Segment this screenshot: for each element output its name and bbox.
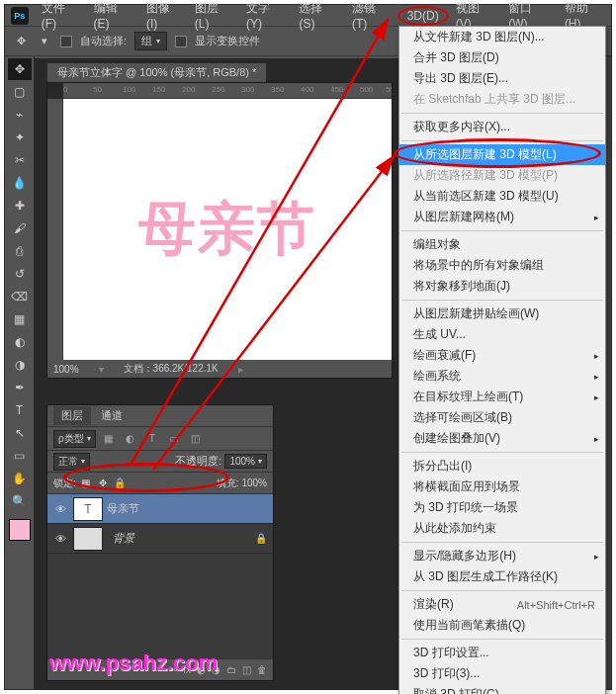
tab-channels[interactable]: 通道: [93, 406, 131, 425]
ruler-vertical: [47, 99, 63, 360]
mi-share-sketchfab[interactable]: 在 Sketchfab 上共享 3D 图层...: [399, 89, 605, 110]
lock-position-icon[interactable]: ✥: [96, 477, 110, 490]
zoom-tool[interactable]: 🔍: [8, 490, 32, 512]
menu-file[interactable]: 文件(F): [35, 0, 87, 33]
type-tool[interactable]: T: [8, 399, 32, 421]
mi-sketch[interactable]: 使用当前画笔素描(Q): [399, 615, 605, 636]
opacity-select[interactable]: 100%: [224, 454, 267, 469]
mi-add-constraint[interactable]: 从此处添加约束: [399, 518, 605, 539]
mi-unify-print[interactable]: 为 3D 打印统一场景: [399, 497, 605, 518]
filter-adjust-icon[interactable]: ◐: [122, 431, 139, 447]
marquee-tool[interactable]: ▢: [8, 81, 32, 103]
menu-edit[interactable]: 编辑(E): [87, 0, 139, 33]
mi-new-3d-from-path[interactable]: 从所选路径新建 3D 模型(P): [399, 165, 605, 186]
status-bar: 100% ▾ 文档：366.2K/122.1K ▸: [47, 360, 392, 378]
fill-select[interactable]: 100%: [241, 477, 267, 488]
filter-shape-icon[interactable]: ▭: [165, 431, 183, 447]
mi-gen-uv[interactable]: 生成 UV...: [399, 324, 605, 345]
mi-new-3d-from-sel[interactable]: 从当前选区新建 3D 模型(U): [399, 186, 605, 207]
dodge-tool[interactable]: ◑: [8, 354, 32, 376]
mi-group-all[interactable]: 将场景中的所有对象编组: [399, 255, 605, 276]
dropdown-icon[interactable]: ▾: [37, 34, 52, 49]
menu-3d[interactable]: 3D(D): [397, 6, 449, 26]
mi-paint-target[interactable]: 在目标纹理上绘画(T): [399, 387, 605, 407]
fill-label: 填充:: [217, 477, 239, 490]
wand-tool[interactable]: ✦: [8, 127, 32, 148]
filter-pixel-icon[interactable]: ▦: [100, 431, 118, 447]
foreground-color[interactable]: [9, 519, 31, 541]
canvas[interactable]: 母亲节: [63, 99, 392, 360]
history-brush-tool[interactable]: ↺: [8, 263, 32, 285]
mi-get-more[interactable]: 获取更多内容(X)...: [399, 117, 605, 137]
zoom-menu-icon[interactable]: ▾: [99, 364, 104, 375]
mi-print[interactable]: 3D 打印(3)...: [399, 663, 605, 684]
mi-new-from-file[interactable]: 从文件新建 3D 图层(N)...: [399, 27, 605, 47]
menu-layer[interactable]: 图层(L): [188, 0, 239, 33]
lock-icon[interactable]: 🔒: [255, 533, 267, 544]
layer-item-bg[interactable]: 👁 背景 🔒: [47, 524, 273, 554]
canvas-text: 母亲节: [138, 191, 316, 268]
menu-type[interactable]: 文字(Y): [239, 0, 292, 33]
mi-paint-falloff[interactable]: 绘画衰减(F): [399, 345, 605, 366]
visibility-icon[interactable]: 👁: [51, 503, 69, 515]
layers-panel: 图层 通道 ρ 类型 ▦ ◐ T ▭ ◫ 正常 不透明度: 100% 锁定: [46, 404, 274, 681]
lock-all-icon[interactable]: 🔒: [113, 477, 127, 490]
lock-label: 锁定:: [53, 477, 76, 490]
blur-tool[interactable]: ◐: [8, 331, 32, 353]
mi-export-3d[interactable]: 导出 3D 图层(E)...: [399, 68, 605, 89]
menu-select[interactable]: 选择(S): [292, 0, 344, 33]
mi-gen-workpath[interactable]: 从 3D 图层生成工作路径(K): [399, 566, 605, 587]
new-icon[interactable]: ◫: [242, 664, 251, 675]
mi-paint-system[interactable]: 绘画系统: [399, 366, 605, 387]
panel-tabs: 图层 通道: [47, 405, 273, 427]
group-icon[interactable]: 🗀: [226, 664, 236, 675]
hand-tool[interactable]: ✋: [8, 468, 32, 489]
brush-tool[interactable]: 🖌: [8, 217, 32, 239]
visibility-icon[interactable]: 👁: [51, 533, 69, 545]
document-tab[interactable]: 母亲节立体字 @ 100% (母亲节, RGB/8) *: [46, 62, 267, 82]
gradient-tool[interactable]: ▦: [8, 308, 32, 330]
layer-item-text[interactable]: 👁 T 母亲节: [47, 494, 273, 524]
mi-cancel-print[interactable]: 取消 3D 打印(C): [399, 684, 605, 694]
move-tool[interactable]: ✥: [8, 58, 32, 80]
mi-new-mesh[interactable]: 从图层新建网格(M): [399, 207, 605, 227]
mi-new-3d-from-layer[interactable]: 从所选图层新建 3D 模型(L): [399, 144, 605, 165]
mi-show-hide-poly[interactable]: 显示/隐藏多边形(H): [399, 546, 605, 566]
filter-smart-icon[interactable]: ◫: [187, 431, 205, 447]
lasso-tool[interactable]: ⌁: [8, 104, 32, 126]
mi-merge-3d[interactable]: 合并 3D 图层(D): [399, 47, 605, 68]
trash-icon[interactable]: 🗑: [257, 664, 267, 675]
mi-print-settings[interactable]: 3D 打印设置...: [399, 643, 605, 663]
mi-split-extrusion[interactable]: 拆分凸出(I): [399, 456, 605, 477]
stamp-tool[interactable]: ⎙: [8, 240, 32, 262]
crop-tool[interactable]: ✂: [8, 149, 32, 171]
eyedropper-tool[interactable]: 💧: [8, 172, 32, 194]
mi-apply-cross[interactable]: 将横截面应用到场景: [399, 477, 605, 497]
filter-type-icon[interactable]: T: [143, 431, 161, 447]
menu-image[interactable]: 图像(I): [139, 0, 188, 33]
group-select[interactable]: 组: [134, 32, 167, 50]
auto-select-checkbox[interactable]: [60, 36, 72, 47]
eraser-tool[interactable]: ⌫: [8, 286, 32, 307]
healing-tool[interactable]: ✚: [8, 195, 32, 217]
layer-name[interactable]: 背景: [113, 531, 251, 546]
mi-select-paintable[interactable]: 选择可绘画区域(B): [399, 407, 605, 428]
mi-render[interactable]: 渲染(R)Alt+Shift+Ctrl+R: [399, 594, 605, 615]
zoom-level[interactable]: 100%: [53, 364, 79, 375]
lock-pixels-icon[interactable]: ▦: [79, 477, 93, 490]
tools-panel: ✥ ▢ ⌁ ✦ ✂ 💧 ✚ 🖌 ⎙ ↺ ⌫ ▦ ◐ ◑ ✒ T ↖ ▭ ✋ 🔍: [5, 56, 35, 689]
info-menu-icon[interactable]: ▸: [238, 364, 243, 375]
shape-tool[interactable]: ▭: [8, 445, 32, 467]
blend-mode-select[interactable]: 正常: [53, 453, 90, 471]
tab-layers[interactable]: 图层: [53, 406, 91, 425]
filter-kind[interactable]: ρ 类型: [53, 430, 96, 448]
path-tool[interactable]: ↖: [8, 422, 32, 444]
menu-filter[interactable]: 滤镜(T): [345, 0, 397, 33]
mi-group-objects[interactable]: 编组对象: [399, 234, 605, 255]
mi-tile-paint[interactable]: 从图层新建拼贴绘画(W): [399, 304, 605, 324]
layer-name[interactable]: 母亲节: [107, 501, 273, 516]
mi-move-ground[interactable]: 将对象移到地面(J): [399, 276, 605, 297]
mi-create-overlay[interactable]: 创建绘图叠加(V): [399, 428, 605, 449]
pen-tool[interactable]: ✒: [8, 377, 32, 398]
show-transform-checkbox[interactable]: [175, 36, 187, 47]
